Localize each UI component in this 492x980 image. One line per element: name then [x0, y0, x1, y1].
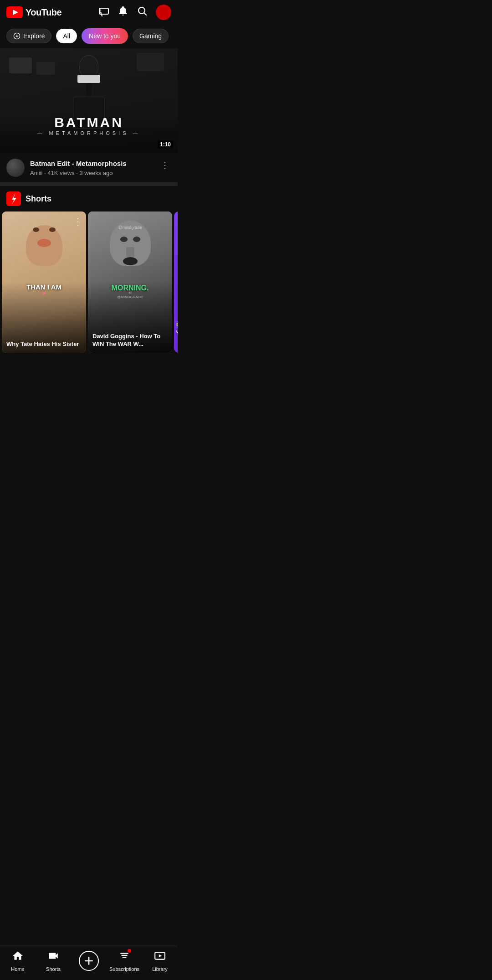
short-card-3-partial[interactable]: Do... wh... en... — [174, 211, 178, 353]
cast-icon[interactable] — [98, 5, 109, 19]
short-title-1: Why Tate Hates His Sister — [6, 340, 82, 348]
search-icon[interactable] — [137, 5, 148, 19]
video-info: Batman Edit - Metamorphosis Aniiii · 41K… — [30, 159, 153, 176]
short-card-2[interactable]: @mindgrade MORNING. M@MINDGRADE David Go… — [88, 211, 172, 353]
video-meta-details: Aniiii · 41K views · 3 weeks ago — [30, 170, 153, 176]
short-title-2: David Goggins - How To WIN The WAR W... — [92, 333, 168, 348]
short-thumbnail-2: @mindgrade MORNING. M@MINDGRADE David Go… — [88, 211, 172, 353]
shorts-icon — [6, 191, 21, 206]
video-more-options[interactable]: ⋮ — [159, 159, 171, 171]
short-thumbnail-1: THAN I AM ➤ Why Tate Hates His Sister — [2, 211, 86, 353]
header-actions — [98, 5, 171, 20]
new-to-you-chip[interactable]: New to you — [82, 28, 128, 44]
logo[interactable]: YouTube — [6, 6, 62, 18]
video-title[interactable]: Batman Edit - Metamorphosis — [30, 159, 153, 168]
shorts-header: Shorts — [0, 191, 178, 211]
watermark-2: @mindgrade — [118, 225, 142, 230]
explore-chip[interactable]: Explore — [6, 29, 51, 43]
notification-icon[interactable] — [118, 5, 128, 19]
shorts-title: Shorts — [26, 194, 51, 204]
app-title: YouTube — [26, 7, 62, 18]
short-title-3-partial: Do... wh... en... — [176, 321, 178, 335]
shorts-grid: THAN I AM ➤ Why Tate Hates His Sister ⋮ — [0, 211, 178, 353]
shorts-section: Shorts THAN I AM ➤ Why Tate Hates His Si… — [0, 186, 178, 353]
svg-marker-6 — [15, 35, 18, 37]
batman-title: BATMAN — METAMORPHOSIS — — [0, 115, 178, 136]
explore-icon — [13, 32, 20, 40]
video-duration: 1:10 — [158, 140, 173, 149]
gaming-chip[interactable]: Gaming — [133, 29, 169, 43]
short-card-1[interactable]: THAN I AM ➤ Why Tate Hates His Sister ⋮ — [2, 211, 86, 353]
video-thumbnail[interactable]: BATMAN — METAMORPHOSIS — 1:10 — [0, 48, 178, 153]
filter-bar: Explore All New to you Gaming — [0, 25, 178, 48]
youtube-logo-icon — [6, 6, 23, 18]
svg-line-4 — [144, 13, 147, 15]
header: YouTube — [0, 0, 178, 25]
short-more-1[interactable]: ⋮ — [73, 216, 82, 227]
channel-avatar[interactable] — [6, 159, 25, 177]
all-chip[interactable]: All — [56, 29, 77, 43]
section-divider — [0, 182, 178, 186]
video-meta: Batman Edit - Metamorphosis Aniiii · 41K… — [0, 153, 178, 182]
user-avatar[interactable] — [156, 5, 171, 20]
featured-video[interactable]: BATMAN — METAMORPHOSIS — 1:10 Batman Edi… — [0, 48, 178, 182]
